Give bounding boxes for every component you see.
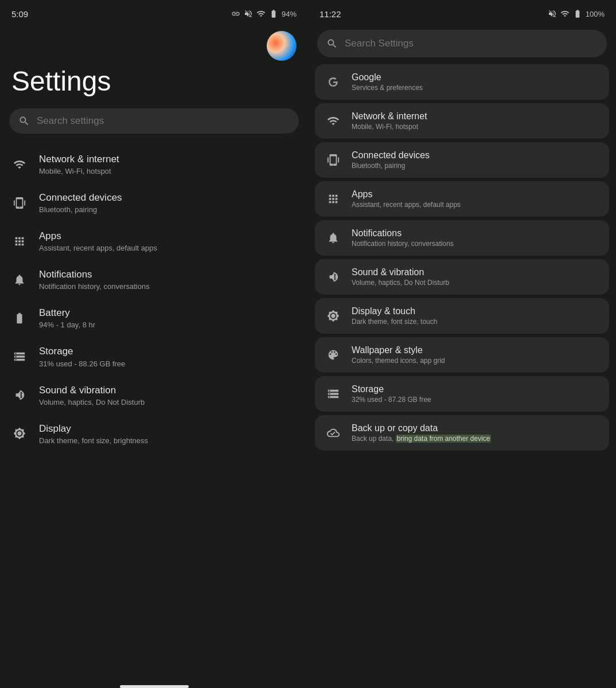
backup-icon — [324, 424, 342, 442]
notifications-subtitle: Notification history, conversations — [39, 282, 150, 291]
network-title: Network & internet — [39, 153, 119, 166]
sidebar-item-display[interactable]: Display Dark theme, font size, brightnes… — [0, 415, 308, 453]
card-sound[interactable]: Sound & vibration Volume, haptics, Do No… — [315, 259, 609, 295]
storage-card-subtitle: 32% used - 87.28 GB free — [352, 396, 431, 404]
avatar[interactable] — [267, 31, 297, 61]
wifi-icon — [11, 157, 28, 173]
google-text: Google Services & preferences — [352, 72, 423, 92]
connected-subtitle: Bluetooth, pairing — [39, 205, 122, 214]
right-panel: 11:22 100% Google Services & preferences — [308, 0, 616, 688]
card-connected[interactable]: Connected devices Bluetooth, pairing — [315, 142, 609, 178]
storage-subtitle: 31% used - 88.26 GB free — [39, 359, 125, 368]
sidebar-item-connected[interactable]: Connected devices Bluetooth, pairing — [0, 183, 308, 222]
sidebar-item-battery[interactable]: Battery 94% - 1 day, 8 hr — [0, 299, 308, 337]
display-card-subtitle: Dark theme, font size, touch — [352, 318, 437, 326]
sidebar-item-network[interactable]: Network & internet Mobile, Wi-Fi, hotspo… — [0, 145, 308, 183]
storage-card-icon — [324, 385, 342, 403]
devices-card-icon — [324, 151, 342, 169]
battery-text: Battery 94% - 1 day, 8 hr — [39, 307, 95, 329]
battery-icon — [11, 310, 28, 326]
battery-title: Battery — [39, 307, 95, 319]
nav-indicator — [120, 685, 189, 688]
apps-card-subtitle: Assistant, recent apps, default apps — [352, 201, 461, 209]
connected-title: Connected devices — [39, 191, 122, 204]
storage-title: Storage — [39, 345, 125, 358]
backup-card-title: Back up or copy data — [352, 423, 491, 433]
apps-text: Apps Assistant, recent apps, default app… — [39, 230, 157, 252]
card-apps[interactable]: Apps Assistant, recent apps, default app… — [315, 181, 609, 217]
search-icon-left — [18, 115, 30, 127]
display-card-title: Display & touch — [352, 306, 437, 316]
card-backup[interactable]: Back up or copy data Back up data, bring… — [315, 415, 609, 451]
search-input-right[interactable] — [345, 38, 598, 49]
apps-card-title: Apps — [352, 189, 461, 200]
sound-card-icon — [324, 268, 342, 286]
sound-title: Sound & vibration — [39, 384, 145, 397]
notifications-title: Notifications — [39, 268, 150, 281]
status-bar-right: 11:22 100% — [308, 0, 616, 25]
display-icon — [11, 425, 28, 441]
storage-card-text: Storage 32% used - 87.28 GB free — [352, 384, 431, 404]
display-card-text: Display & touch Dark theme, font size, t… — [352, 306, 437, 326]
status-icons-left: 94% — [231, 9, 297, 18]
wifi-icon-right — [560, 9, 570, 18]
network-card-title: Network & internet — [352, 111, 427, 122]
bell-card-icon — [324, 229, 342, 247]
sidebar-item-sound[interactable]: Sound & vibration Volume, haptics, Do No… — [0, 376, 308, 415]
sound-text: Sound & vibration Volume, haptics, Do No… — [39, 384, 145, 406]
battery-pct-right: 100% — [586, 10, 605, 18]
bell-icon — [11, 272, 28, 288]
apps-card-text: Apps Assistant, recent apps, default app… — [352, 189, 461, 209]
storage-icon — [11, 349, 28, 365]
page-title-left: Settings — [0, 61, 308, 108]
search-bar-right[interactable] — [317, 30, 607, 57]
connected-text: Connected devices Bluetooth, pairing — [39, 191, 122, 214]
card-network[interactable]: Network & internet Mobile, Wi-Fi, hotspo… — [315, 103, 609, 139]
time-left: 5:09 — [11, 9, 28, 19]
card-google[interactable]: Google Services & preferences — [315, 64, 609, 100]
display-card-icon — [324, 307, 342, 325]
backup-card-subtitle: Back up data, bring data from another de… — [352, 435, 491, 443]
apps-card-icon — [324, 190, 342, 208]
card-wallpaper[interactable]: Wallpaper & style Colors, themed icons, … — [315, 337, 609, 373]
search-input-left[interactable] — [37, 115, 290, 127]
search-icon-right — [326, 38, 338, 49]
network-card-subtitle: Mobile, Wi-Fi, hotspot — [352, 123, 427, 131]
card-display[interactable]: Display & touch Dark theme, font size, t… — [315, 298, 609, 334]
notifications-card-text: Notifications Notification history, conv… — [352, 228, 454, 248]
wallpaper-card-subtitle: Colors, themed icons, app grid — [352, 357, 445, 365]
google-icon — [324, 73, 342, 91]
storage-card-title: Storage — [352, 384, 431, 394]
display-title: Display — [39, 423, 148, 435]
sound-card-text: Sound & vibration Volume, haptics, Do No… — [352, 267, 449, 287]
card-notifications[interactable]: Notifications Notification history, conv… — [315, 220, 609, 256]
left-panel: 5:09 94% Settings Network & internet Mob… — [0, 0, 308, 688]
sidebar-item-apps[interactable]: Apps Assistant, recent apps, default app… — [0, 222, 308, 260]
settings-list-left: Network & internet Mobile, Wi-Fi, hotspo… — [0, 145, 308, 679]
sound-subtitle: Volume, haptics, Do Not Disturb — [39, 398, 145, 406]
network-subtitle: Mobile, Wi-Fi, hotspot — [39, 167, 119, 175]
search-bar-left[interactable] — [9, 108, 299, 134]
network-text: Network & internet Mobile, Wi-Fi, hotspo… — [39, 153, 119, 175]
apps-subtitle: Assistant, recent apps, default apps — [39, 244, 157, 252]
sidebar-item-storage[interactable]: Storage 31% used - 88.26 GB free — [0, 337, 308, 376]
battery-pct-left: 94% — [282, 10, 297, 18]
google-subtitle: Services & preferences — [352, 84, 423, 92]
wallpaper-icon — [324, 346, 342, 364]
card-storage[interactable]: Storage 32% used - 87.28 GB free — [315, 376, 609, 412]
battery-icon — [269, 9, 278, 18]
apps-title: Apps — [39, 230, 157, 243]
sound-card-title: Sound & vibration — [352, 267, 449, 277]
storage-text: Storage 31% used - 88.26 GB free — [39, 345, 125, 368]
battery-icon-right — [573, 9, 582, 18]
apps-icon — [11, 233, 28, 249]
backup-card-text: Back up or copy data Back up data, bring… — [352, 423, 491, 443]
mute-icon-right — [548, 9, 557, 18]
devices-icon — [11, 195, 28, 211]
sound-card-subtitle: Volume, haptics, Do Not Disturb — [352, 279, 449, 287]
notifications-card-title: Notifications — [352, 228, 454, 239]
sidebar-item-notifications[interactable]: Notifications Notification history, conv… — [0, 260, 308, 299]
notifications-text: Notifications Notification history, conv… — [39, 268, 150, 291]
connected-card-title: Connected devices — [352, 150, 430, 161]
status-bar-left: 5:09 94% — [0, 0, 308, 25]
